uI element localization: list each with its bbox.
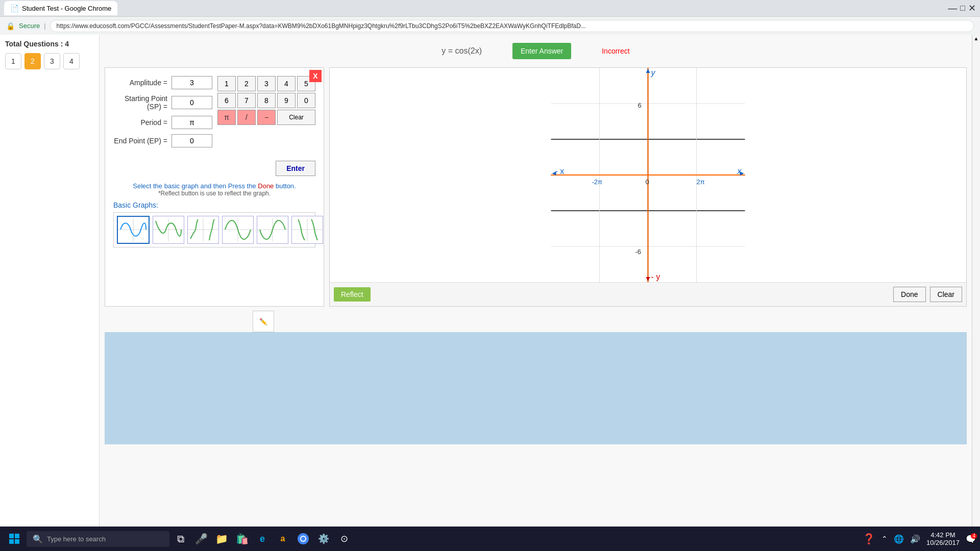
instruction-line2: *Reflect button is use to reflect the gr… xyxy=(113,190,315,197)
pencil-icon[interactable]: ✏️ xyxy=(253,311,274,332)
instruction-line1: Select the basic graph and then Press th… xyxy=(113,182,315,190)
svg-text:-6: -6 xyxy=(635,248,642,256)
time-display: 4:42 PM xyxy=(926,531,960,539)
question-btn-3[interactable]: 3 xyxy=(44,53,60,69)
starting-point-input[interactable] xyxy=(172,96,212,109)
lock-icon: 🔒 xyxy=(6,22,15,30)
secure-label: Secure xyxy=(19,22,40,30)
notification-button[interactable]: 🗨️ 4 xyxy=(966,534,976,544)
keypad-4[interactable]: 4 xyxy=(277,76,296,91)
question-nav: 1 2 3 4 xyxy=(5,53,94,69)
settings-icon[interactable]: ⚙️ xyxy=(314,530,333,548)
clock: 4:42 PM 10/26/2017 xyxy=(926,531,960,546)
keypad-1[interactable]: 1 xyxy=(217,76,236,91)
keypad-row-3: π / − Clear xyxy=(217,110,315,125)
amplitude-row: Amplitude = xyxy=(113,76,212,89)
restore-button[interactable]: □ xyxy=(960,4,965,12)
close-button[interactable]: ✕ xyxy=(968,4,976,13)
url-input[interactable]: https://www.educosoft.com/PGCC/Assessmen… xyxy=(50,20,974,32)
svg-rect-38 xyxy=(9,534,14,538)
keypad-9[interactable]: 9 xyxy=(277,93,296,108)
graph-secant[interactable] xyxy=(257,216,288,244)
total-questions-label: Total Questions : 4 xyxy=(5,40,94,48)
enter-answer-button[interactable]: Enter Answer xyxy=(512,43,571,59)
svg-text:- x: - x xyxy=(555,167,565,176)
keypad-clear[interactable]: Clear xyxy=(277,110,315,125)
chevron-up-icon[interactable]: ⌃ xyxy=(881,535,888,543)
amazon-icon[interactable]: a xyxy=(274,530,292,548)
svg-text:- y: - y xyxy=(651,272,660,281)
end-point-input[interactable] xyxy=(172,134,212,147)
svg-text:6: 6 xyxy=(638,102,642,109)
close-panel-button[interactable]: X xyxy=(309,70,322,82)
keypad-6[interactable]: 6 xyxy=(217,93,236,108)
taskbar-right: ❓ ⌃ 🌐 🔊 4:42 PM 10/26/2017 🗨️ 4 xyxy=(863,531,976,546)
basic-graphs-label: Basic Graphs: xyxy=(113,201,315,209)
graph-cosecant[interactable] xyxy=(222,216,254,244)
svg-rect-40 xyxy=(9,539,14,544)
keypad-7[interactable]: 7 xyxy=(237,93,256,108)
svg-text:2π: 2π xyxy=(697,178,705,186)
amplitude-label: Amplitude = xyxy=(113,79,172,87)
scroll-up-arrow[interactable]: ▲ xyxy=(974,36,979,41)
graph-cotangent[interactable] xyxy=(291,216,323,244)
media-icon[interactable]: ⊙ xyxy=(335,530,353,548)
basic-graphs-section: Basic Graphs: xyxy=(113,201,315,247)
reflect-button[interactable]: Reflect xyxy=(334,287,371,302)
scrollbar[interactable]: ▲ ▼ xyxy=(972,35,980,543)
keypad: 1 2 3 4 5 6 7 8 9 0 xyxy=(217,76,315,125)
chrome-icon[interactable] xyxy=(294,530,312,548)
tab-favicon: 📄 xyxy=(10,4,19,12)
period-input[interactable] xyxy=(172,116,212,129)
done-word: Done xyxy=(258,182,274,190)
question-btn-4[interactable]: 4 xyxy=(63,53,80,69)
title-bar: 📄 Student Test - Google Chrome — □ ✕ xyxy=(0,0,980,16)
svg-rect-39 xyxy=(15,534,19,538)
graph-sine[interactable] xyxy=(117,216,150,244)
equation-text: y = cos(2x) xyxy=(442,46,482,56)
graphs-row xyxy=(113,212,315,247)
store-icon[interactable]: 🛍️ xyxy=(233,530,251,548)
amplitude-input[interactable] xyxy=(172,76,212,89)
keypad-negative[interactable]: − xyxy=(257,110,276,125)
taskbar: 🔍 Type here to search ⧉ 🎤 📁 🛍️ e a ⚙️ ⊙ … xyxy=(0,527,980,551)
keypad-pi[interactable]: π xyxy=(217,110,236,125)
edge-icon[interactable]: e xyxy=(253,530,272,548)
done-button[interactable]: Done xyxy=(893,287,925,302)
start-button[interactable] xyxy=(4,529,24,549)
graph-tangent[interactable] xyxy=(187,216,219,244)
fields-col: Amplitude = Starting Point (SP) = Period… xyxy=(113,76,212,153)
network-icon[interactable]: 🌐 xyxy=(894,534,904,544)
clear-button[interactable]: Clear xyxy=(930,287,962,302)
question-btn-1[interactable]: 1 xyxy=(5,53,21,69)
browser-tab[interactable]: 📄 Student Test - Google Chrome xyxy=(4,1,117,15)
keypad-row-2: 6 7 8 9 0 xyxy=(217,93,315,108)
search-bar[interactable]: 🔍 Type here to search xyxy=(27,531,169,547)
browser-content: Total Questions : 4 1 2 3 4 y = cos(2x) … xyxy=(0,35,980,543)
graph-area: y - y x - x 2π -2π 0 xyxy=(329,67,967,307)
instruction: Select the basic graph and then Press th… xyxy=(113,182,315,197)
keypad-8[interactable]: 8 xyxy=(257,93,276,108)
taskview-button[interactable]: ⧉ xyxy=(172,530,190,548)
equation-bar: y = cos(2x) Enter Answer Incorrect xyxy=(105,40,967,62)
keypad-3[interactable]: 3 xyxy=(257,76,276,91)
address-bar: 🔒 Secure | https://www.educosoft.com/PGC… xyxy=(0,16,980,35)
period-label: Period = xyxy=(113,118,172,127)
left-sidebar: Total Questions : 4 1 2 3 4 xyxy=(0,35,100,543)
chrome-window: 📄 Student Test - Google Chrome — □ ✕ 🔒 S… xyxy=(0,0,980,551)
cortana-icon[interactable]: 🎤 xyxy=(192,530,210,548)
minimize-button[interactable]: — xyxy=(948,4,957,13)
explorer-icon[interactable]: 📁 xyxy=(212,530,231,548)
main-panel: X Amplitude = Starting Point (SP) = xyxy=(105,67,967,307)
help-icon[interactable]: ❓ xyxy=(863,533,875,545)
volume-icon[interactable]: 🔊 xyxy=(910,534,920,544)
graph-cosine[interactable] xyxy=(153,216,184,244)
svg-text:-2π: -2π xyxy=(592,178,603,186)
svg-text:y: y xyxy=(651,68,656,77)
enter-button[interactable]: Enter xyxy=(276,161,315,176)
keypad-2[interactable]: 2 xyxy=(237,76,256,91)
graph-bottom-bar: Reflect Done Clear xyxy=(330,282,966,306)
keypad-0[interactable]: 0 xyxy=(297,93,315,108)
question-btn-2[interactable]: 2 xyxy=(24,53,41,69)
keypad-fraction[interactable]: / xyxy=(237,110,256,125)
